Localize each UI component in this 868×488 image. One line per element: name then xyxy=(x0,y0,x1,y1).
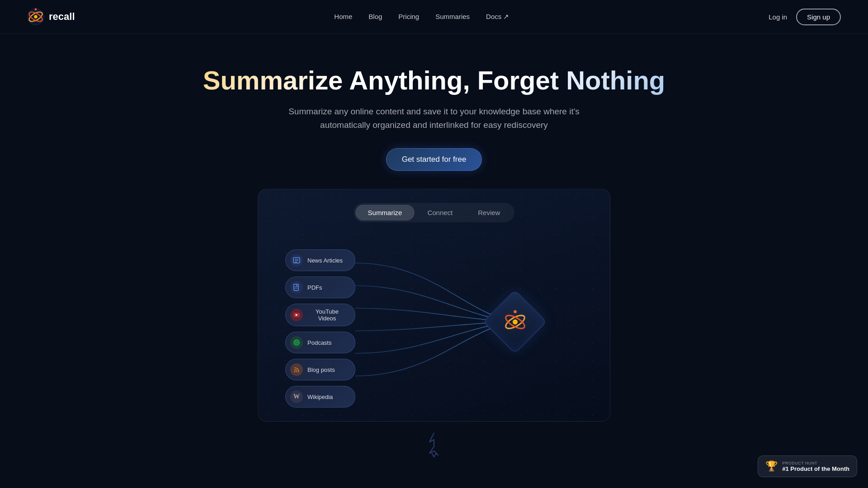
nav-blog[interactable]: Blog xyxy=(368,13,382,20)
ph-label: PRODUCT HUNT xyxy=(782,461,849,465)
tab-summarize[interactable]: Summarize xyxy=(355,205,415,221)
news-label: News Articles xyxy=(307,257,343,264)
source-youtube[interactable]: YouTube Videos xyxy=(285,304,355,326)
svg-point-17 xyxy=(294,371,296,372)
youtube-label: YouTube Videos xyxy=(307,308,347,322)
source-pdfs[interactable]: PDFs xyxy=(285,277,355,298)
source-blog-posts[interactable]: Blog posts xyxy=(285,359,355,380)
signup-button[interactable]: Sign up xyxy=(796,9,841,25)
arrow-down-icon xyxy=(427,431,441,460)
logo-text: recall xyxy=(49,11,75,23)
source-items: News Articles PDFs xyxy=(285,249,355,408)
central-orb xyxy=(492,299,538,344)
login-button[interactable]: Log in xyxy=(769,13,787,21)
svg-point-3 xyxy=(34,15,38,19)
demo-container: Summarize Connect Review News xyxy=(258,189,610,422)
svg-point-21 xyxy=(514,310,517,313)
ph-text: PRODUCT HUNT #1 Product of the Month xyxy=(782,461,849,472)
tab-review[interactable]: Review xyxy=(465,205,513,221)
blog-label: Blog posts xyxy=(307,366,335,373)
nav-pricing[interactable]: Pricing xyxy=(398,13,419,20)
svg-rect-9 xyxy=(294,284,298,291)
hero-title: Summarize Anything, Forget Nothing xyxy=(18,66,850,96)
svg-point-16 xyxy=(296,342,297,343)
tab-connect[interactable]: Connect xyxy=(415,205,465,221)
nav-summaries[interactable]: Summaries xyxy=(435,13,470,20)
blog-icon xyxy=(290,363,303,376)
news-icon xyxy=(290,254,303,267)
nav-links: Home Blog Pricing Summaries Docs ↗ xyxy=(334,13,509,21)
source-wikipedia[interactable]: W Wikipedia xyxy=(285,386,355,408)
scroll-arrow xyxy=(18,431,850,460)
wikipedia-label: Wikipedia xyxy=(307,394,333,400)
pdf-icon xyxy=(290,281,303,294)
podcasts-label: Podcasts xyxy=(307,339,331,346)
youtube-icon xyxy=(290,309,303,321)
diagram: News Articles PDFs xyxy=(267,245,601,399)
hero-subtitle: Summarize any online content and save it… xyxy=(276,105,592,132)
source-news-articles[interactable]: News Articles xyxy=(285,249,355,271)
podcasts-icon xyxy=(290,336,303,349)
svg-point-4 xyxy=(35,8,37,10)
svg-point-20 xyxy=(513,319,518,324)
ph-title: #1 Product of the Month xyxy=(782,465,849,472)
logo[interactable]: recall xyxy=(27,8,75,25)
demo-tabs: Summarize Connect Review xyxy=(354,203,515,222)
nav-actions: Log in Sign up xyxy=(769,9,841,25)
pdf-label: PDFs xyxy=(307,284,322,291)
wikipedia-icon: W xyxy=(290,390,303,403)
hero-section: Summarize Anything, Forget Nothing Summa… xyxy=(0,34,868,473)
nav-home[interactable]: Home xyxy=(334,13,352,20)
logo-icon xyxy=(27,8,44,25)
trophy-icon: 🏆 xyxy=(765,460,778,472)
cta-button[interactable]: Get started for free xyxy=(386,148,482,171)
product-hunt-badge[interactable]: 🏆 PRODUCT HUNT #1 Product of the Month xyxy=(758,455,857,477)
nav-docs[interactable]: Docs ↗ xyxy=(486,13,509,21)
source-podcasts[interactable]: Podcasts xyxy=(285,332,355,353)
navbar: recall Home Blog Pricing Summaries Docs … xyxy=(0,0,868,34)
